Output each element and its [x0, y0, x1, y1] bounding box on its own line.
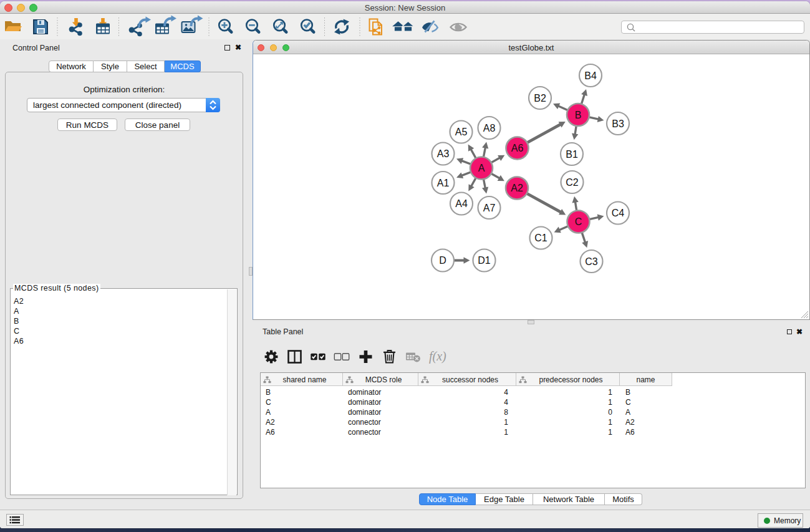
svg-text:A7: A7 [483, 203, 496, 213]
svg-text:B2: B2 [534, 93, 546, 104]
svg-text:A1: A1 [437, 178, 450, 188]
svg-text:C3: C3 [585, 256, 598, 267]
svg-text:B1: B1 [566, 149, 578, 160]
svg-text:A6: A6 [511, 143, 524, 153]
svg-text:D: D [439, 255, 446, 266]
svg-text:A4: A4 [455, 198, 468, 209]
svg-text:D1: D1 [478, 255, 491, 266]
svg-text:B3: B3 [612, 118, 624, 129]
svg-text:C: C [575, 216, 582, 227]
svg-text:A8: A8 [483, 123, 496, 133]
svg-text:C4: C4 [612, 208, 625, 218]
svg-text:C2: C2 [566, 177, 579, 188]
svg-text:B4: B4 [584, 70, 597, 81]
svg-text:A: A [478, 163, 485, 173]
svg-text:A5: A5 [455, 127, 468, 137]
svg-text:A3: A3 [437, 148, 450, 159]
svg-text:B: B [575, 110, 582, 120]
svg-text:C1: C1 [534, 233, 547, 243]
svg-text:A2: A2 [511, 183, 523, 193]
